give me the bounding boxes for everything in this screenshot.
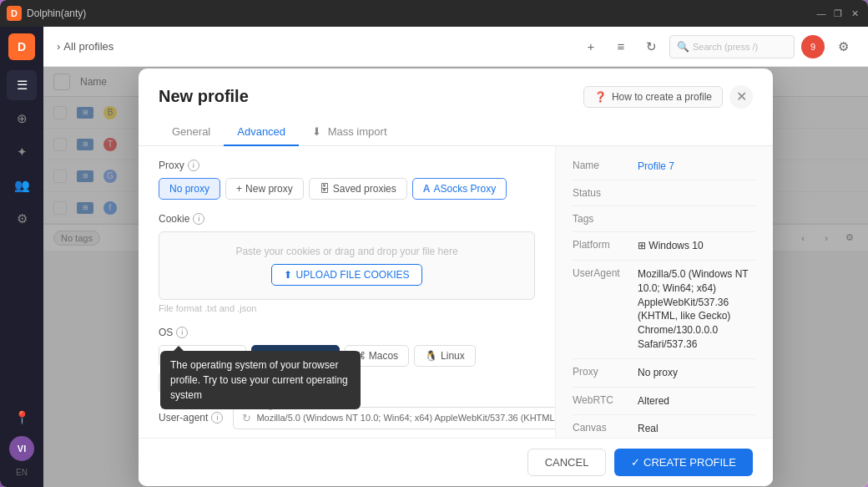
info-row-useragent: UserAgent Mozilla/5.0 (Windows NT 10.0; …	[573, 267, 756, 359]
platform-value: ⊞ Windows 10	[638, 239, 756, 253]
titlebar: D Dolphin(anty) — ❐ ✕	[0, 0, 868, 27]
asocks-icon: A	[423, 183, 431, 195]
modal: New profile ❓ How to create a profile ✕	[139, 68, 773, 486]
info-row-platform: Platform ⊞ Windows 10	[573, 239, 756, 261]
topbar-actions: + ≡ ↻ 🔍 Search (press /) 9 ⚙	[579, 35, 855, 58]
refresh-button[interactable]: ↻	[639, 35, 663, 58]
useragent-value: Mozilla/5.0 (Windows NT 10.0; Win64; x64…	[638, 267, 756, 352]
user-agent-input[interactable]: User-agent ↻ Mozilla/5.0 (Windows NT 10.…	[233, 407, 556, 429]
content-area: › All profiles + ≡ ↻ 🔍 Search (press /) …	[43, 27, 868, 487]
cookie-label: Cookie i	[159, 213, 535, 225]
window-controls: — ❐ ✕	[815, 7, 861, 20]
tab-mass-import[interactable]: ⬇ Mass import	[299, 119, 400, 146]
new-proxy-icon: +	[236, 183, 242, 195]
create-profile-button[interactable]: ✓ CREATE PROFILE	[614, 449, 753, 476]
notification-button[interactable]: 9	[801, 35, 825, 58]
sidebar-item-people[interactable]: 👥	[7, 170, 37, 200]
ua-refresh-icon[interactable]: ↻	[242, 412, 251, 424]
ua-info-icon[interactable]: i	[211, 412, 223, 424]
modal-header-actions: ❓ How to create a profile ✕	[583, 85, 753, 109]
file-format-hint: File format .txt and .json	[159, 303, 535, 313]
sidebar-item-star[interactable]: ✦	[7, 137, 37, 167]
search-icon: 🔍	[677, 41, 689, 53]
cookie-drop-zone[interactable]: Paste your cookies or drag and drop your…	[159, 231, 535, 300]
search-bar[interactable]: 🔍 Search (press /)	[669, 35, 795, 58]
saved-proxies-button[interactable]: 🗄 Saved proxies	[309, 178, 407, 200]
info-row-tags: Tags	[573, 213, 756, 232]
modal-left-panel: Proxy i No proxy + New proxy	[139, 146, 556, 438]
saved-proxies-icon: 🗄	[320, 183, 330, 195]
tab-advanced[interactable]: Advanced	[224, 119, 299, 146]
modal-footer: CANCEL ✓ CREATE PROFILE	[139, 438, 773, 486]
sidebar-avatar[interactable]: VI	[9, 436, 34, 461]
modal-overlay: New profile ❓ How to create a profile ✕	[43, 67, 868, 487]
user-agent-label: User-agent i	[159, 412, 223, 424]
topbar: › All profiles + ≡ ↻ 🔍 Search (press /) …	[43, 27, 868, 67]
asocks-button[interactable]: A ASocks Proxy	[412, 178, 507, 200]
gear-icon[interactable]: ⚙	[831, 35, 855, 58]
maximize-button[interactable]: ❐	[831, 7, 845, 20]
info-row-name: Name Profile 7	[573, 160, 756, 181]
help-icon: ❓	[594, 91, 607, 103]
info-row-proxy: Proxy No proxy	[573, 366, 756, 388]
sidebar-item-pin[interactable]: 📍	[7, 403, 37, 433]
os-linux-button[interactable]: 🐧 Linux	[414, 345, 476, 367]
cookie-placeholder: Paste your cookies or drag and drop your…	[235, 246, 457, 257]
tab-advanced-label: Advanced	[237, 125, 285, 138]
sidebar: D ☰ ⊕ ✦ 👥 ⚙ 📍 VI EN	[0, 27, 43, 487]
user-agent-section: User-agent i User-agent ↻ Mozilla/5.0 (W…	[159, 407, 535, 429]
tab-general-label: General	[172, 125, 210, 138]
proxy-label: Proxy i	[159, 160, 535, 171]
search-placeholder: Search (press /)	[693, 42, 758, 52]
sidebar-item-settings[interactable]: ⚙	[7, 204, 37, 234]
cookie-info-icon[interactable]: i	[193, 213, 204, 225]
os-info-icon[interactable]: i	[176, 327, 188, 338]
help-button[interactable]: ❓ How to create a profile	[583, 86, 723, 108]
sidebar-logo: D	[8, 33, 35, 60]
app-icon: D	[7, 6, 22, 21]
tab-mass-import-label: Mass import	[328, 125, 387, 138]
minimize-button[interactable]: —	[815, 7, 828, 20]
modal-tabs: General Advanced ⬇ Mass import	[139, 109, 773, 146]
download-icon: ⬇	[312, 125, 321, 138]
info-row-status: Status	[573, 187, 756, 206]
ua-value: Mozilla/5.0 (Windows NT 10.0; Win64; x64…	[256, 413, 556, 423]
upload-cookies-button[interactable]: ⬆ UPLOAD FILE COOKIES	[271, 264, 421, 286]
tab-general[interactable]: General	[159, 119, 224, 146]
table-area: Name ⊞ B ⊞ T ⊞ G	[43, 67, 868, 487]
windows-icon: ⊞	[638, 240, 648, 251]
proxy-buttons: No proxy + New proxy 🗄 Saved proxies	[159, 178, 535, 200]
cancel-button[interactable]: CANCEL	[527, 449, 607, 476]
os-label: OS i	[159, 327, 535, 338]
sidebar-language: EN	[16, 468, 28, 477]
linux-icon: 🐧	[425, 350, 437, 362]
proxy-info-icon[interactable]: i	[188, 160, 199, 171]
os-tooltip: The operating system of your browser pro…	[160, 351, 361, 409]
sidebar-item-globe[interactable]: ⊕	[7, 104, 37, 134]
info-row-canvas: Canvas Real	[573, 422, 756, 437]
modal-title: New profile	[159, 87, 249, 106]
modal-body: Proxy i No proxy + New proxy	[139, 146, 773, 438]
titlebar-title: Dolphin(anty)	[27, 8, 810, 19]
close-modal-button[interactable]: ✕	[729, 85, 753, 109]
breadcrumb: › All profiles	[57, 40, 573, 53]
no-proxy-button[interactable]: No proxy	[159, 178, 220, 200]
proxy-section: Proxy i No proxy + New proxy	[159, 160, 535, 200]
app-body: D ☰ ⊕ ✦ 👥 ⚙ 📍 VI EN › All profiles + ≡	[0, 27, 868, 487]
add-button[interactable]: +	[579, 35, 603, 58]
modal-header: New profile ❓ How to create a profile ✕	[139, 68, 773, 109]
close-button[interactable]: ✕	[848, 7, 861, 20]
list-button[interactable]: ≡	[609, 35, 633, 58]
info-row-webrtc: WebRTC Altered	[573, 394, 756, 416]
modal-right-panel: Name Profile 7 Status Tags	[556, 146, 773, 438]
new-proxy-button[interactable]: + New proxy	[225, 178, 304, 200]
breadcrumb-title: All profiles	[63, 40, 114, 53]
upload-icon: ⬆	[284, 269, 292, 281]
help-button-label: How to create a profile	[612, 91, 712, 103]
cookie-section: Cookie i Paste your cookies or drag and …	[159, 213, 535, 313]
breadcrumb-chevron: ›	[57, 40, 60, 53]
profile-name-value: Profile 7	[638, 160, 756, 174]
app-window: D Dolphin(anty) — ❐ ✕ D ☰ ⊕ ✦ 👥 ⚙ 📍 VI E…	[0, 0, 868, 487]
sidebar-item-profiles[interactable]: ☰	[7, 70, 37, 100]
